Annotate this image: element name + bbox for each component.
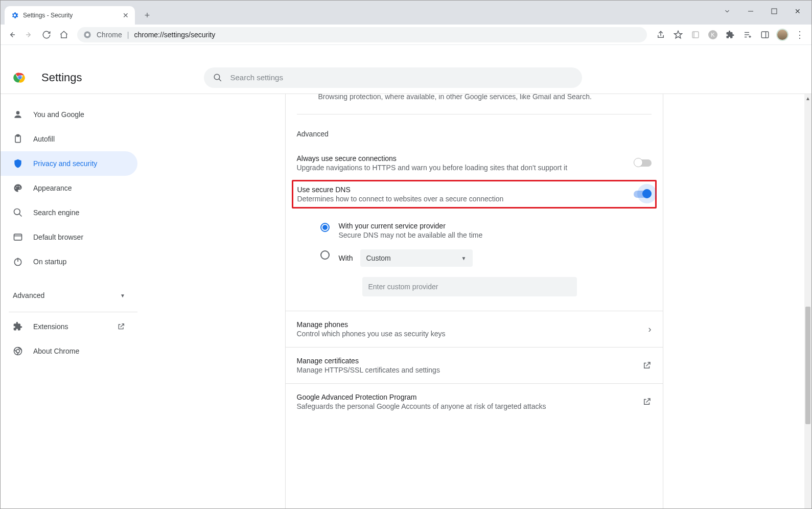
row-title: Manage certificates: [297, 357, 440, 365]
chevron-right-icon: ›: [648, 324, 652, 335]
settings-search-input[interactable]: [229, 73, 573, 82]
svg-point-18: [18, 76, 21, 79]
sidebar-item-label: About Chrome: [33, 347, 79, 355]
row-subtitle: Determines how to connect to websites ov…: [297, 194, 634, 203]
gear-icon: [11, 11, 19, 19]
reading-list-icon[interactable]: [740, 28, 755, 42]
browser-toolbar: Chrome | chrome://settings/security K ⋮: [1, 25, 811, 45]
radio-current-provider[interactable]: With your current service provider Secur…: [320, 217, 652, 244]
browser-tabstrip: Settings - Security ✕ + ✕: [1, 1, 811, 25]
caret-down-icon: ▼: [120, 293, 125, 298]
side-panel-icon[interactable]: [757, 28, 773, 42]
settings-search[interactable]: [204, 67, 582, 88]
svg-line-29: [19, 214, 22, 217]
collections-icon[interactable]: [688, 28, 703, 42]
svg-marker-6: [675, 31, 682, 38]
sidebar-item-label: Default browser: [33, 233, 83, 241]
row-google-advanced-protection[interactable]: Google Advanced Protection Program Safeg…: [286, 383, 663, 420]
sidebar-advanced-label: Advanced: [13, 291, 44, 299]
puzzle-icon: [13, 321, 23, 332]
toggle-always-secure[interactable]: [634, 159, 652, 167]
sidebar-item-label: Search engine: [33, 209, 79, 217]
search-icon: [13, 207, 23, 218]
minimize-icon[interactable]: [739, 4, 762, 19]
radio-label: With your current service provider: [339, 222, 483, 230]
svg-rect-7: [692, 32, 699, 38]
extensions-puzzle-icon[interactable]: [723, 28, 738, 42]
sidebar-item-you-and-google[interactable]: You and Google: [1, 102, 137, 127]
svg-point-21: [16, 111, 20, 114]
tab-title: Settings - Security: [23, 12, 119, 19]
svg-point-24: [15, 188, 16, 189]
sidebar-item-label: Autofill: [33, 135, 55, 143]
scroll-thumb[interactable]: [805, 307, 810, 424]
row-subtitle: Control which phones you use as security…: [297, 329, 446, 338]
sidebar-item-default-browser[interactable]: Default browser: [1, 225, 137, 249]
share-icon[interactable]: [653, 28, 668, 42]
row-title: Manage phones: [297, 320, 446, 329]
reload-icon[interactable]: [39, 28, 54, 42]
radio-icon[interactable]: [320, 250, 330, 260]
row-manage-phones[interactable]: Manage phones Control which phones you u…: [286, 311, 663, 347]
sidebar-advanced-toggle[interactable]: Advanced ▼: [1, 283, 137, 308]
secure-dns-options: With your current service provider Secur…: [297, 213, 652, 300]
new-tab-button[interactable]: +: [140, 8, 154, 22]
kebab-menu-icon[interactable]: ⋮: [792, 28, 807, 42]
omnibox[interactable]: Chrome | chrome://settings/security: [77, 27, 647, 42]
select-value: Custom: [366, 254, 391, 262]
svg-point-27: [19, 188, 20, 189]
sidebar-item-search-engine[interactable]: Search engine: [1, 200, 137, 225]
dns-provider-select[interactable]: Custom ▼: [360, 249, 473, 267]
row-always-secure-connections: Always use secure connections Upgrade na…: [297, 149, 652, 177]
svg-line-20: [219, 79, 221, 81]
sidebar-item-appearance[interactable]: Appearance: [1, 176, 137, 200]
dns-custom-provider-input[interactable]: [362, 277, 577, 296]
window-controls: ✕: [715, 4, 809, 19]
sidebar-item-on-startup[interactable]: On startup: [1, 249, 137, 274]
svg-text:K: K: [711, 32, 715, 38]
content-scrollbar[interactable]: ▲ ▼: [804, 94, 811, 509]
tab-search-icon[interactable]: [715, 4, 739, 19]
sidebar-item-extensions[interactable]: Extensions: [1, 314, 137, 339]
row-use-secure-dns-highlight: Use secure DNS Determines how to connect…: [292, 180, 657, 209]
row-subtitle: Safeguards the personal Google Accounts …: [297, 401, 546, 410]
toggle-secure-dns[interactable]: [634, 191, 651, 198]
close-window-icon[interactable]: ✕: [786, 4, 809, 19]
shield-icon: [13, 158, 23, 169]
sidebar-item-autofill[interactable]: Autofill: [1, 127, 137, 151]
svg-point-26: [19, 186, 20, 187]
forward-icon[interactable]: [22, 28, 36, 42]
radio-sublabel: Secure DNS may not be available all the …: [339, 230, 483, 239]
sidebar-item-label: Extensions: [33, 322, 68, 331]
radio-icon[interactable]: [320, 223, 330, 232]
truncated-description: Browsing protection, where available, in…: [297, 94, 652, 114]
close-tab-icon[interactable]: ✕: [123, 11, 129, 19]
row-subtitle: Upgrade navigations to HTTPS and warn yo…: [297, 163, 634, 172]
browser-tab-active[interactable]: Settings - Security ✕: [5, 6, 135, 25]
sidebar-item-label: Privacy and security: [33, 159, 97, 168]
caret-down-icon: ▼: [461, 256, 467, 261]
svg-rect-14: [761, 32, 769, 38]
omnibox-prefix: Chrome: [97, 31, 122, 39]
advanced-heading: Advanced: [297, 114, 652, 149]
profile-avatar[interactable]: [775, 28, 790, 42]
settings-card: Browsing protection, where available, in…: [285, 94, 663, 509]
profile-k-icon[interactable]: K: [705, 28, 721, 42]
maximize-icon[interactable]: [762, 4, 786, 19]
row-manage-certificates[interactable]: Manage certificates Manage HTTPS/SSL cer…: [286, 347, 663, 383]
svg-point-28: [14, 209, 20, 215]
sidebar-item-privacy-security[interactable]: Privacy and security: [1, 151, 137, 176]
svg-point-25: [16, 186, 17, 187]
settings-header: Settings: [1, 61, 811, 94]
page-title: Settings: [41, 71, 82, 84]
chrome-icon: [83, 31, 91, 39]
home-icon[interactable]: [57, 28, 71, 42]
back-icon[interactable]: [5, 28, 19, 42]
sidebar-item-about-chrome[interactable]: About Chrome: [1, 339, 137, 363]
bookmark-star-icon[interactable]: [670, 28, 686, 42]
search-icon: [213, 73, 222, 82]
svg-rect-30: [14, 234, 22, 240]
radio-with-custom[interactable]: With Custom ▼: [320, 244, 652, 272]
scroll-up-icon[interactable]: ▲: [804, 94, 811, 102]
external-link-icon: [642, 361, 652, 370]
